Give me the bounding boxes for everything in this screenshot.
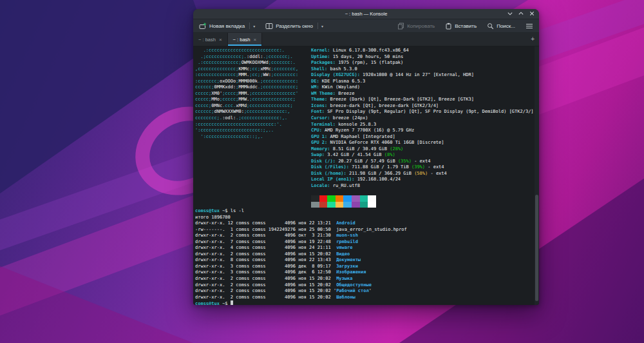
terminal-line: comss@tux ~$ ls -l xyxy=(195,208,407,215)
chevron-down-icon[interactable]: ▾ xyxy=(321,24,323,28)
terminal-line: Uptime: 15 days, 20 hours, 50 mins xyxy=(311,54,535,61)
terminal-line: drwxr-xr-x. 2 comss comss 4096 ноя 15 20… xyxy=(195,251,407,258)
terminal-line: drwxr-xr-x. 7 comss comss 4096 ноя 19 22… xyxy=(195,239,407,246)
copy-button[interactable]: Копировать xyxy=(395,21,437,31)
copy-label: Копировать xyxy=(407,23,435,29)
tab-bar-new-tab-button[interactable]: + xyxy=(526,33,539,46)
terminal-line: drwxr-xr-x. 4 comss comss 4096 ноя 24 21… xyxy=(195,245,407,251)
palette-swatch xyxy=(327,195,336,202)
terminal-line: drwxr-xr-x. 2 comss comss 4096 ноя 15 20… xyxy=(195,282,407,289)
tab-bash-1[interactable]: ~ : bash × xyxy=(193,33,228,46)
maximize-button[interactable] xyxy=(518,10,524,17)
terminal-line: итого 1896780 xyxy=(195,215,407,221)
paste-icon xyxy=(445,23,452,30)
terminal-line: GPU 1: AMD Raphael [Integrated] xyxy=(311,134,535,141)
palette-swatch xyxy=(336,195,344,202)
tab-bar-spacer xyxy=(262,33,526,46)
search-button[interactable]: Поиск... xyxy=(485,21,517,31)
split-window-label: Разделить окно xyxy=(276,23,313,29)
terminal-line: drwxr-xr-x. 2 comss comss 4096 окт 3 21:… xyxy=(195,233,407,239)
konsole-window: ~ : bash — Konsole Новая вкладка ▾ Разде… xyxy=(193,9,539,305)
terminal-line: Display (XG27UCG): 1920x1080 @ 144 Hz in… xyxy=(311,72,535,79)
terminal-line: :ccccccc;oxOOOo;MMM000k.;cccccccccccc: xyxy=(195,79,298,85)
terminal-area[interactable]: .:cccccccccccccccccccccccccc:. .;ccccccc… xyxy=(193,46,539,305)
fastfetch-system-info: Kernel: Linux 6.17.8-300.fc43.x86_64Upti… xyxy=(311,48,535,208)
terminal-line: drwxr-xr-x. 2 comss comss 4096 ноя 15 20… xyxy=(195,276,407,282)
close-button[interactable] xyxy=(529,10,535,17)
palette-swatch xyxy=(368,195,376,202)
terminal-line xyxy=(311,190,535,196)
new-tab-icon xyxy=(199,23,207,30)
palette-swatch xyxy=(352,195,360,202)
terminal-line: Kernel: Linux 6.17.8-300.fc43.x86_64 xyxy=(311,48,535,54)
terminal-line: Local IP (eno1): 192.168.100.4/24 xyxy=(311,177,535,183)
tab-label: ~ : bash xyxy=(198,37,216,43)
terminal-line: Locale: ru_RU.utf8 xyxy=(311,183,535,190)
palette-swatch xyxy=(368,202,376,208)
tab-bash-2[interactable]: ~ : bash × xyxy=(228,33,263,46)
terminal-line xyxy=(311,195,535,202)
divider xyxy=(317,23,318,29)
hamburger-menu-button[interactable] xyxy=(524,21,535,31)
terminal-line: comss@tux ~$ xyxy=(195,300,407,305)
split-window-button[interactable]: Разделить окно ▾ xyxy=(263,21,325,31)
terminal-line: Disk (/Files): 711.88 GiB / 1.79 TiB (39… xyxy=(311,164,535,171)
terminal-line: Swap: 3.42 GiB / 41.54 GiB (8%) xyxy=(311,152,535,159)
new-tab-button[interactable]: Новая вкладка ▾ xyxy=(197,21,257,31)
terminal-line: ccccc;0MNc.ccc.xMMd;ccccccccccccccc; xyxy=(195,103,298,110)
minimize-button[interactable] xyxy=(507,10,513,17)
new-tab-label: Новая вкладка xyxy=(209,23,245,29)
tab-close-icon[interactable]: × xyxy=(253,37,256,43)
palette-swatch xyxy=(343,195,352,202)
palette-swatch xyxy=(319,195,328,202)
main-toolbar: Новая вкладка ▾ Разделить окно ▾ Копиров… xyxy=(193,19,539,33)
terminal-line: drwxr-xr-x. 12 comss comss 4096 ноя 22 1… xyxy=(195,220,407,227)
terminal-line: Cursor: breeze (24px) xyxy=(311,115,535,122)
fastfetch-ascii-logo: .:cccccccccccccccccccccccccc:. .;ccccccc… xyxy=(195,48,298,140)
terminal-line: ccccc;XM0';cccc;MMM.;cccccccccccccccc' xyxy=(195,91,298,97)
palette-swatch xyxy=(343,202,352,208)
terminal-line: Packages: 1975 (rpm), 15 (flatpak) xyxy=(311,60,535,66)
chevron-down-icon[interactable]: ▾ xyxy=(253,24,255,28)
terminal-line: .:ccccccccccccc;OWMKOOXMWd;ccccccc:. xyxy=(195,60,298,66)
terminal-line: Disk (/): 20.27 GiB / 57.49 GiB (35%) - … xyxy=(311,159,535,165)
hamburger-icon xyxy=(526,23,533,30)
terminal-line: cccccc;0MMKxdd:;MMMkddc.;cccccccccccc; xyxy=(195,84,298,91)
terminal-line: Shell: bash 5.3.0 xyxy=(311,66,535,73)
shell-output: comss@tux ~$ ls -lитого 1896780drwxr-xr-… xyxy=(195,208,407,305)
palette-swatch xyxy=(311,202,319,208)
terminal-line: ':cccccccccccccccc::;,. xyxy=(195,134,298,141)
terminal-line: Disk (/home): 211.98 GiB / 366.29 GiB (5… xyxy=(311,171,535,177)
scrollbar-thumb[interactable] xyxy=(535,195,538,301)
terminal-line: Font: SF Pro Display (9pt, Regular) [Qt]… xyxy=(311,109,535,115)
terminal-line: drwxr-xr-x. 3 comss comss 4096 дек 8 09:… xyxy=(195,264,407,270)
terminal-line: Memory: 8.51 GiB / 30.49 GiB (28%) xyxy=(311,146,535,153)
terminal-line: :cccccccccccccccccccccccccccc:'. xyxy=(195,122,298,128)
terminal-line: drwxr-xr-x. 2 comss comss 4096 ноя 15 20… xyxy=(195,288,407,295)
terminal-line: -rw-------. 1 comss comss 1942249276 ноя… xyxy=(195,227,407,233)
palette-swatch xyxy=(319,202,328,208)
palette-swatch xyxy=(360,195,368,202)
tab-close-icon[interactable]: × xyxy=(219,37,222,43)
terminal-line: WM Theme: Breeze xyxy=(311,91,535,97)
tab-bar: ~ : bash × ~ : bash × + xyxy=(193,33,539,46)
terminal-line: Icons: breeze-dark [Qt], breeze-dark [GT… xyxy=(311,103,535,110)
terminal-line: .:cccccccccccccccccccccccccc:. xyxy=(195,48,298,54)
terminal-line: Terminal: konsole 25.8.3 xyxy=(311,122,535,128)
search-label: Поиск... xyxy=(497,23,515,29)
copy-icon xyxy=(397,23,404,30)
terminal-line: :cccccccccccccc;MMM.;cc;;WW:;cccccccc: xyxy=(195,72,298,79)
window-titlebar[interactable]: ~ : bash — Konsole xyxy=(193,9,539,19)
terminal-line: ':cccccccccccccccccccccc:;,.. xyxy=(195,128,298,134)
terminal-scrollbar[interactable] xyxy=(535,46,539,305)
window-title: ~ : bash — Konsole xyxy=(193,9,539,19)
palette-swatch xyxy=(360,202,368,208)
terminal-line: ,cccccccccccccc;KMMc;cc;xMMc;cccccccc, xyxy=(195,66,298,73)
terminal-line: drwxr-xr-x. 3 comss comss 4096 дек 6 12:… xyxy=(195,270,407,276)
terminal-line: WM: KWin (Wayland) xyxy=(311,84,535,91)
terminal-line xyxy=(311,202,535,208)
terminal-line: drwxr-xr-x. 8 comss comss 4096 ноя 22 13… xyxy=(195,257,407,264)
search-icon xyxy=(487,23,494,30)
terminal-line: CPU: AMD Ryzen 7 7700X (16) @ 5.79 GHz xyxy=(311,128,535,134)
paste-button[interactable]: Вставить xyxy=(443,21,478,31)
